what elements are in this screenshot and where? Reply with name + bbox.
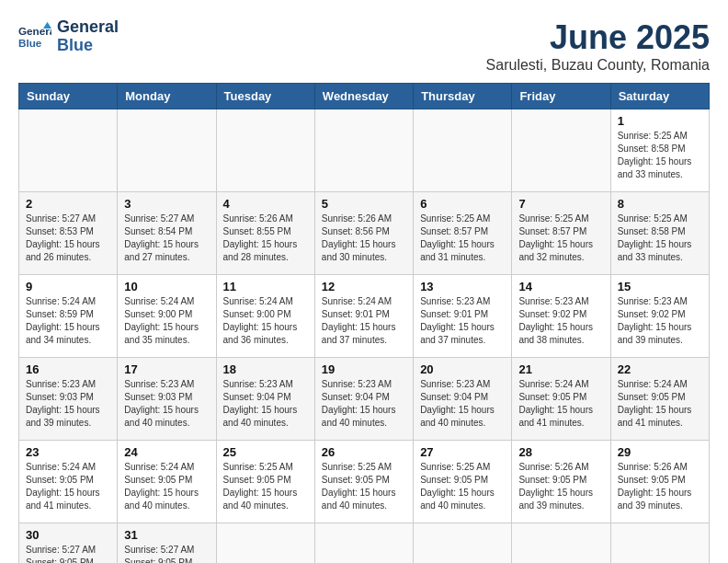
day-number: 29 — [618, 445, 702, 459]
day-number: 21 — [518, 362, 603, 376]
day-number: 24 — [124, 445, 209, 459]
calendar-cell: 4 Sunrise: 5:26 AMSunset: 8:55 PMDayligh… — [216, 192, 314, 275]
day-number: 13 — [420, 280, 505, 293]
calendar-cell: 5 Sunrise: 5:26 AMSunset: 8:56 PMDayligh… — [314, 192, 413, 275]
calendar-cell: 18 Sunrise: 5:23 AMSunset: 9:04 PMDaylig… — [216, 358, 314, 441]
day-info: Sunrise: 5:25 AMSunset: 8:58 PMDaylight:… — [618, 130, 702, 181]
day-info: Sunrise: 5:27 AMSunset: 9:05 PMDaylight:… — [124, 544, 209, 563]
day-info: Sunrise: 5:25 AMSunset: 8:58 PMDaylight:… — [618, 213, 702, 264]
calendar-cell: 11 Sunrise: 5:24 AMSunset: 9:00 PMDaylig… — [216, 275, 314, 358]
day-number: 1 — [618, 114, 702, 128]
calendar-cell: 13 Sunrise: 5:23 AMSunset: 9:01 PMDaylig… — [414, 275, 512, 358]
column-header-saturday: Saturday — [610, 84, 709, 109]
day-number: 3 — [124, 197, 209, 211]
calendar-cell: 2 Sunrise: 5:27 AMSunset: 8:53 PMDayligh… — [19, 192, 118, 275]
day-number: 6 — [420, 197, 505, 211]
day-info: Sunrise: 5:23 AMSunset: 9:03 PMDaylight:… — [124, 378, 209, 430]
calendar-cell: 22 Sunrise: 5:24 AMSunset: 9:05 PMDaylig… — [610, 358, 709, 441]
calendar-cell: 31 Sunrise: 5:27 AMSunset: 9:05 PMDaylig… — [118, 523, 216, 564]
calendar-cell: 28 Sunrise: 5:26 AMSunset: 9:05 PMDaylig… — [512, 441, 610, 523]
day-info: Sunrise: 5:24 AMSunset: 9:00 PMDaylight:… — [223, 295, 308, 347]
calendar-header-row: SundayMondayTuesdayWednesdayThursdayFrid… — [19, 84, 710, 109]
calendar-cell: 15 Sunrise: 5:23 AMSunset: 9:02 PMDaylig… — [610, 275, 709, 358]
day-info: Sunrise: 5:24 AMSunset: 9:00 PMDaylight:… — [124, 295, 209, 347]
calendar-cell: 23 Sunrise: 5:24 AMSunset: 9:05 PMDaylig… — [19, 441, 118, 523]
title-area: June 2025 Sarulesti, Buzau County, Roman… — [486, 18, 710, 74]
day-info: Sunrise: 5:24 AMSunset: 9:05 PMDaylight:… — [618, 378, 702, 430]
day-info: Sunrise: 5:23 AMSunset: 9:03 PMDaylight:… — [26, 378, 110, 430]
day-number: 15 — [618, 280, 702, 293]
day-info: Sunrise: 5:25 AMSunset: 9:05 PMDaylight:… — [223, 461, 308, 512]
day-info: Sunrise: 5:23 AMSunset: 9:02 PMDaylight:… — [518, 295, 603, 347]
calendar-cell: 30 Sunrise: 5:27 AMSunset: 9:05 PMDaylig… — [19, 523, 118, 564]
calendar-cell — [216, 109, 314, 192]
day-number: 25 — [223, 445, 308, 459]
calendar-week-row: 2 Sunrise: 5:27 AMSunset: 8:53 PMDayligh… — [19, 192, 710, 275]
calendar-week-row: 9 Sunrise: 5:24 AMSunset: 8:59 PMDayligh… — [19, 275, 710, 358]
calendar-cell: 1 Sunrise: 5:25 AMSunset: 8:58 PMDayligh… — [610, 109, 709, 192]
calendar-cell: 10 Sunrise: 5:24 AMSunset: 9:00 PMDaylig… — [118, 275, 216, 358]
calendar-cell — [216, 523, 314, 564]
day-info: Sunrise: 5:27 AMSunset: 9:05 PMDaylight:… — [26, 544, 110, 563]
calendar-cell: 9 Sunrise: 5:24 AMSunset: 8:59 PMDayligh… — [19, 275, 118, 358]
day-number: 7 — [518, 197, 603, 211]
logo-icon: General Blue — [18, 20, 51, 53]
day-info: Sunrise: 5:25 AMSunset: 8:57 PMDaylight:… — [420, 213, 505, 264]
calendar-cell: 26 Sunrise: 5:25 AMSunset: 9:05 PMDaylig… — [314, 441, 413, 523]
calendar-cell: 14 Sunrise: 5:23 AMSunset: 9:02 PMDaylig… — [512, 275, 610, 358]
day-number: 8 — [618, 197, 702, 211]
calendar-cell — [512, 109, 610, 192]
calendar-week-row: 16 Sunrise: 5:23 AMSunset: 9:03 PMDaylig… — [19, 358, 710, 441]
day-number: 11 — [223, 280, 308, 293]
day-info: Sunrise: 5:26 AMSunset: 8:56 PMDaylight:… — [322, 213, 406, 264]
calendar-cell: 3 Sunrise: 5:27 AMSunset: 8:54 PMDayligh… — [118, 192, 216, 275]
day-info: Sunrise: 5:26 AMSunset: 9:05 PMDaylight:… — [618, 461, 702, 512]
day-number: 20 — [420, 362, 505, 376]
day-info: Sunrise: 5:24 AMSunset: 9:05 PMDaylight:… — [518, 378, 603, 430]
page-header: General Blue GeneralBlue June 2025 Sarul… — [18, 18, 710, 74]
column-header-thursday: Thursday — [414, 84, 512, 109]
day-info: Sunrise: 5:25 AMSunset: 9:05 PMDaylight:… — [322, 461, 406, 512]
day-number: 9 — [26, 280, 110, 293]
calendar-cell — [118, 109, 216, 192]
logo-text: GeneralBlue — [57, 18, 119, 55]
day-number: 19 — [322, 362, 406, 376]
calendar-table: SundayMondayTuesdayWednesdayThursdayFrid… — [18, 83, 710, 563]
calendar-cell: 17 Sunrise: 5:23 AMSunset: 9:03 PMDaylig… — [118, 358, 216, 441]
column-header-sunday: Sunday — [19, 84, 118, 109]
day-number: 5 — [322, 197, 406, 211]
day-info: Sunrise: 5:24 AMSunset: 8:59 PMDaylight:… — [26, 295, 110, 347]
day-info: Sunrise: 5:23 AMSunset: 9:02 PMDaylight:… — [618, 295, 702, 347]
day-info: Sunrise: 5:26 AMSunset: 8:55 PMDaylight:… — [223, 213, 308, 264]
calendar-cell: 24 Sunrise: 5:24 AMSunset: 9:05 PMDaylig… — [118, 441, 216, 523]
day-number: 2 — [26, 197, 110, 211]
calendar-week-row: 1 Sunrise: 5:25 AMSunset: 8:58 PMDayligh… — [19, 109, 710, 192]
calendar-cell: 12 Sunrise: 5:24 AMSunset: 9:01 PMDaylig… — [314, 275, 413, 358]
day-number: 17 — [124, 362, 209, 376]
column-header-wednesday: Wednesday — [314, 84, 413, 109]
day-info: Sunrise: 5:24 AMSunset: 9:05 PMDaylight:… — [124, 461, 209, 512]
day-info: Sunrise: 5:23 AMSunset: 9:04 PMDaylight:… — [223, 378, 308, 430]
day-number: 30 — [26, 528, 110, 542]
day-info: Sunrise: 5:23 AMSunset: 9:01 PMDaylight:… — [420, 295, 505, 347]
day-info: Sunrise: 5:26 AMSunset: 9:05 PMDaylight:… — [518, 461, 603, 512]
calendar-subtitle: Sarulesti, Buzau County, Romania — [486, 57, 710, 74]
calendar-cell — [314, 523, 413, 564]
day-number: 14 — [518, 280, 603, 293]
calendar-cell: 8 Sunrise: 5:25 AMSunset: 8:58 PMDayligh… — [610, 192, 709, 275]
calendar-cell: 27 Sunrise: 5:25 AMSunset: 9:05 PMDaylig… — [414, 441, 512, 523]
svg-text:Blue: Blue — [18, 37, 42, 49]
column-header-tuesday: Tuesday — [216, 84, 314, 109]
day-number: 10 — [124, 280, 209, 293]
day-info: Sunrise: 5:24 AMSunset: 9:05 PMDaylight:… — [26, 461, 110, 512]
day-number: 23 — [26, 445, 110, 459]
calendar-cell — [314, 109, 413, 192]
day-number: 4 — [223, 197, 308, 211]
calendar-cell: 20 Sunrise: 5:23 AMSunset: 9:04 PMDaylig… — [414, 358, 512, 441]
calendar-title: June 2025 — [486, 18, 710, 57]
calendar-cell: 25 Sunrise: 5:25 AMSunset: 9:05 PMDaylig… — [216, 441, 314, 523]
calendar-cell: 19 Sunrise: 5:23 AMSunset: 9:04 PMDaylig… — [314, 358, 413, 441]
calendar-cell: 6 Sunrise: 5:25 AMSunset: 8:57 PMDayligh… — [414, 192, 512, 275]
calendar-cell: 16 Sunrise: 5:23 AMSunset: 9:03 PMDaylig… — [19, 358, 118, 441]
calendar-cell: 21 Sunrise: 5:24 AMSunset: 9:05 PMDaylig… — [512, 358, 610, 441]
